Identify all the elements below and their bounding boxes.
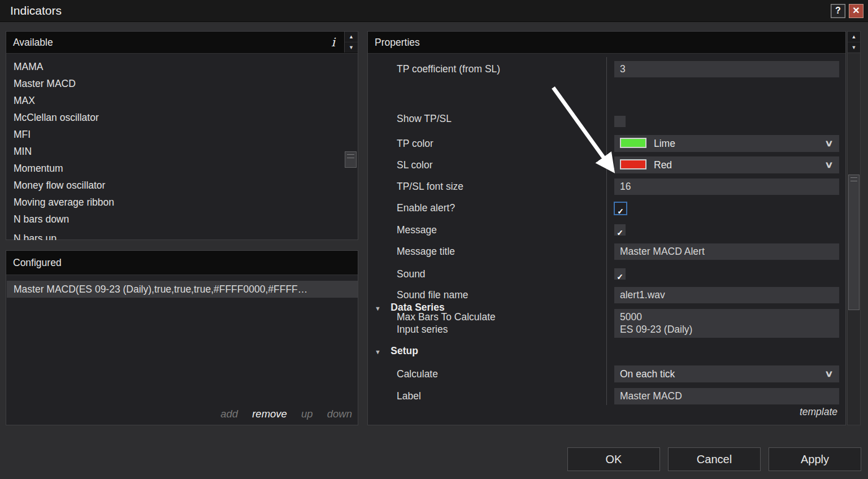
property-row-tp-coefficient: TP coefficient (from SL) 3 [368,61,845,78]
close-icon: ✕ [852,6,860,15]
properties-header-label: Properties [375,32,420,53]
list-item[interactable]: N bars up [7,230,358,240]
info-icon[interactable]: i [331,32,335,53]
property-label: TP/SL font size [397,178,463,195]
property-label: Input series [397,321,448,338]
section-data-series[interactable]: ▼ Data Series [375,301,445,314]
ok-button[interactable]: OK [567,447,660,471]
properties-scroll-spinner: ▲ ▼ [848,32,860,53]
list-item[interactable]: Money flow oscillator [7,177,358,194]
list-item[interactable]: Momentum [7,160,358,177]
dropdown-value: Red [654,156,672,173]
section-label: Setup [390,345,418,356]
scroll-up-icon[interactable]: ▲ [345,32,358,42]
list-item[interactable]: N bars down [7,211,358,228]
dropdown-value: On each tick [620,365,675,382]
list-item[interactable]: MAX [7,92,358,109]
available-scrollbar-thumb[interactable] [345,151,357,168]
list-item[interactable]: MIN [7,143,358,160]
properties-scrollbar-thumb[interactable] [848,175,860,310]
property-label: SL color [397,156,433,173]
label-input[interactable]: Master MACD [614,388,839,404]
available-list: MAMA Master MACD MAX McClellan oscillato… [7,54,358,240]
property-label: Enable alert? [397,199,455,216]
calculate-dropdown[interactable]: On each tick ∨ [614,365,839,382]
configured-panel: Configured Master MACD(ES 09-23 (Daily),… [6,250,358,425]
configured-header-label: Configured [13,251,62,275]
tp-coefficient-input[interactable]: 3 [614,61,839,77]
indicators-dialog: Indicators ? ✕ Available i ▲ ▼ MAMA Mast… [0,0,868,479]
cancel-button[interactable]: Cancel [668,447,761,471]
property-row-tpsl-font-size: TP/SL font size 16 [368,178,845,195]
chevron-down-icon: ∨ [824,135,834,152]
scroll-down-icon[interactable]: ▼ [848,42,860,53]
dropdown-value: Lime [654,135,675,152]
message-checkbox[interactable]: ✓ [614,224,626,236]
list-item[interactable]: MFI [7,126,358,143]
property-label: Message [397,221,437,238]
property-row-sl-color: SL color Red ∨ [368,156,845,173]
sl-color-dropdown[interactable]: Red ∨ [614,156,839,173]
properties-scrollbar: ▲ ▼ [847,31,861,425]
property-label: TP color [397,135,433,152]
down-link[interactable]: down [327,408,352,420]
property-label: Label [397,388,421,404]
property-row-input-series: Input series ES 09-23 (Daily) [368,321,845,338]
section-label: Data Series [390,302,444,313]
help-icon: ? [835,6,841,15]
apply-button[interactable]: Apply [769,447,861,471]
input-series-field[interactable]: ES 09-23 (Daily) [614,321,839,338]
properties-panel: Properties TP coefficient (from SL) 3 Sh… [367,31,846,425]
property-row-enable-alert: Enable alert? ✓ [368,199,845,216]
red-color-swatch [620,159,646,169]
remove-link[interactable]: remove [252,408,287,420]
available-header-label: Available [13,32,53,53]
list-item[interactable]: MAMA [7,58,358,75]
check-icon: ✓ [617,228,623,237]
property-row-message: Message ✓ [368,221,845,238]
property-label: Calculate [397,365,438,382]
add-link[interactable]: add [220,408,238,420]
collapse-triangle-icon: ▼ [375,349,381,355]
configured-item-selected[interactable]: Master MACD(ES 09-23 (Daily),true,true,t… [7,281,358,298]
enable-alert-checkbox[interactable]: ✓ [614,202,627,215]
close-button[interactable]: ✕ [849,4,863,18]
window-title: Indicators [10,0,62,21]
collapse-triangle-icon: ▼ [375,305,381,312]
template-link[interactable]: template [800,406,837,418]
property-row-calculate: Calculate On each tick ∨ [368,365,845,382]
property-label: TP coefficient (from SL) [397,61,500,77]
spacer [368,278,845,295]
tp-color-dropdown[interactable]: Lime ∨ [614,135,839,152]
available-header: Available i ▲ ▼ [6,32,358,54]
configured-header: Configured [6,251,358,275]
property-row-tp-color: TP color Lime ∨ [368,135,845,152]
property-row-label: Label Master MACD [368,388,845,405]
lime-color-swatch [620,138,646,148]
list-item[interactable]: McClellan oscillator [7,109,358,126]
tpsl-font-size-input[interactable]: 16 [614,178,839,195]
title-bar: Indicators ? ✕ [0,0,868,22]
available-panel: Available i ▲ ▼ MAMA Master MACD MAX McC… [6,31,358,240]
up-link[interactable]: up [301,408,313,420]
chevron-down-icon: ∨ [824,365,834,382]
list-item[interactable]: Moving average ribbon [7,194,358,211]
property-row-tp-color [368,104,845,121]
check-icon: ✓ [617,207,624,216]
scroll-down-icon[interactable]: ▼ [345,42,358,53]
scroll-up-icon[interactable]: ▲ [848,32,860,42]
configured-actions: add remove up down [209,408,352,420]
chevron-down-icon: ∨ [824,156,834,173]
properties-header: Properties [368,32,845,54]
spacer [368,256,845,273]
list-item[interactable]: Master MACD [7,75,358,92]
available-scroll-spinner: ▲ ▼ [344,32,358,53]
help-button[interactable]: ? [831,4,845,18]
section-setup[interactable]: ▼ Setup [375,344,418,358]
